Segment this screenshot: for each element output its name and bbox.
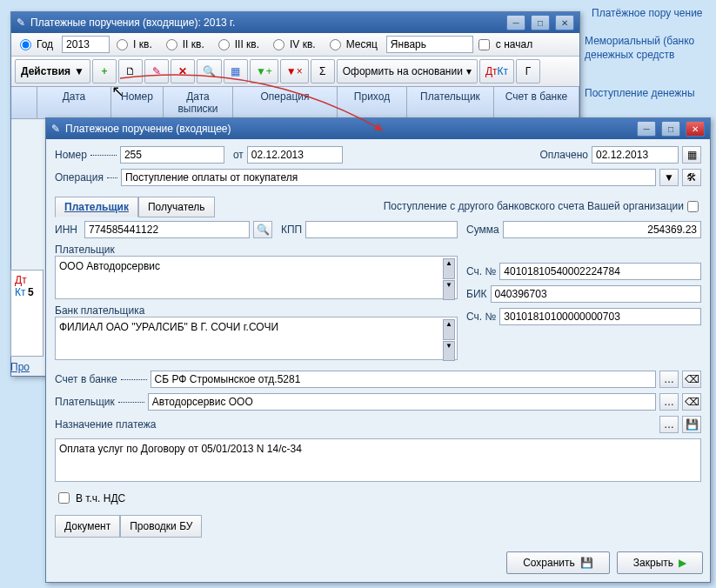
col-date[interactable]: Дата [37, 87, 111, 118]
funnel-minus-icon: ▼× [286, 65, 303, 77]
col-income[interactable]: Приход [338, 87, 407, 118]
inn-input[interactable] [84, 221, 250, 238]
bank-label: Банк плательщика [55, 304, 458, 317]
dtkr-button[interactable]: ДтКт [479, 59, 514, 84]
copy-button[interactable]: 🗋 [118, 59, 143, 84]
period-month-radio[interactable] [330, 39, 341, 50]
pro-link[interactable]: Про [10, 361, 30, 373]
kpp-input[interactable] [305, 221, 458, 238]
acc1-label: Сч. № [466, 265, 496, 277]
acc1-input[interactable] [499, 263, 701, 280]
bik-input[interactable] [491, 285, 702, 303]
inn-label: ИНН [55, 224, 81, 236]
close-button[interactable]: ✕ [686, 121, 705, 137]
bg-text: Мемориальный (банко [585, 35, 694, 47]
spin-down[interactable]: ▼ [443, 280, 455, 301]
save-button[interactable]: Сохранить💾 [506, 551, 610, 574]
sum-input[interactable] [503, 221, 701, 238]
oformit-button[interactable]: Оформить на основании ▾ [337, 59, 478, 84]
number-input[interactable] [120, 146, 224, 164]
maximize-button[interactable]: □ [661, 121, 680, 137]
bankacc-lookup[interactable]: … [659, 371, 679, 388]
period-year-radio[interactable] [20, 39, 31, 50]
purpose-lookup[interactable]: … [659, 416, 679, 433]
col-number[interactable]: Номер [111, 87, 164, 118]
spin-up[interactable]: ▲ [443, 258, 455, 279]
bankacc-label: Счет в банке [55, 373, 117, 385]
payer2-input[interactable] [148, 393, 656, 411]
edit-button[interactable]: ✎ [144, 59, 169, 84]
bank-textbox[interactable]: ФИЛИАЛ ОАО "УРАЛСИБ" В Г. СОЧИ г.СОЧИ ▲▼ [55, 317, 458, 360]
window-title: Платежные поручения (входящие): 2013 г. [30, 17, 501, 29]
bg-text: денежных средств [585, 49, 674, 61]
from-date-input[interactable] [247, 146, 343, 164]
purpose-textarea[interactable]: Оплата услуг по Договору от 05/01/2013 N… [55, 438, 701, 482]
col-statement-date[interactable]: Дата выписки [164, 87, 233, 118]
payer2-label: Плательщик [55, 396, 115, 408]
clear-icon: ⌫ [685, 396, 699, 408]
delete-button[interactable]: ✕ [171, 59, 195, 84]
ellipsis-icon: … [664, 373, 674, 385]
purpose-save[interactable]: 💾 [682, 416, 701, 433]
search-button[interactable]: 🔍 [197, 59, 222, 84]
filter-remove-button[interactable]: ▼× [280, 59, 309, 84]
exit-icon: ▶ [679, 557, 686, 569]
minimize-button[interactable]: ─ [637, 121, 656, 137]
period-q1-radio[interactable] [117, 39, 128, 50]
maximize-button[interactable]: □ [531, 15, 550, 30]
tab-document[interactable]: Документ [55, 515, 120, 538]
sum-button[interactable]: Σ [311, 59, 335, 84]
payer-textbox[interactable]: ООО Автодорсервис ▲▼ [55, 256, 458, 299]
bankacc-clear[interactable]: ⌫ [682, 371, 701, 388]
operation-tool[interactable]: 🛠 [682, 169, 701, 186]
year-input[interactable] [62, 36, 110, 53]
operation-input[interactable] [121, 169, 656, 186]
close-button[interactable]: Закрыть▶ [617, 551, 703, 574]
spin-up[interactable]: ▲ [443, 319, 455, 340]
acc2-label: Сч. № [466, 311, 496, 323]
spin-down[interactable]: ▼ [443, 341, 455, 362]
purpose-label: Назначение платежа [55, 418, 157, 431]
payer2-lookup[interactable]: … [659, 393, 679, 411]
dropdown-icon: ▾ [466, 65, 472, 77]
period-q4-radio[interactable] [273, 39, 284, 50]
inn-lookup[interactable]: 🔍 [253, 221, 272, 238]
month-select[interactable] [386, 36, 473, 53]
from-start-checkbox[interactable] [478, 39, 490, 50]
payer2-clear[interactable]: ⌫ [682, 393, 701, 411]
filter-add-button[interactable]: ▼+ [250, 59, 278, 84]
q2-label: II кв. [183, 38, 204, 50]
from-start-label: с начал [496, 38, 532, 50]
col-operation[interactable]: Операция [233, 87, 338, 118]
q1-label: I кв. [133, 38, 152, 50]
transfer-checkbox[interactable] [687, 201, 699, 212]
minimize-button[interactable]: ─ [506, 15, 525, 30]
clear-icon: ⌫ [685, 373, 699, 385]
col-bank-acc[interactable]: Счет в банке [494, 87, 579, 118]
more-button[interactable]: Γ [516, 59, 540, 84]
sum-label: Сумма [466, 224, 499, 236]
paid-date-input[interactable] [592, 146, 679, 164]
vat-label: В т.ч. НДС [76, 492, 125, 504]
operation-dropdown[interactable]: ▼ [659, 169, 679, 186]
save-icon: 💾 [686, 418, 699, 431]
transfer-note: Поступление с другого банковского счета … [384, 200, 684, 212]
calendar-icon: ▦ [687, 149, 697, 161]
period-q3-radio[interactable] [218, 39, 230, 50]
add-button[interactable]: + [92, 59, 117, 84]
bankacc-input[interactable] [151, 371, 656, 388]
q4-label: IV кв. [290, 38, 316, 50]
close-button[interactable]: ✕ [555, 15, 574, 30]
period-q2-radio[interactable] [166, 39, 177, 50]
vat-checkbox[interactable] [58, 492, 70, 504]
calendar-button[interactable]: ▦ [224, 59, 248, 84]
paid-label: Оплачено [540, 149, 588, 161]
col-payer[interactable]: Плательщик [407, 87, 494, 118]
paid-date-picker[interactable]: ▦ [682, 146, 701, 164]
actions-button[interactable]: Действия ▼ [15, 59, 90, 84]
payer-field-label: Плательщик [55, 244, 458, 256]
tab-entries[interactable]: Проводки БУ [120, 515, 202, 538]
tab-payer[interactable]: Плательщик [55, 197, 138, 217]
acc2-input[interactable] [499, 308, 701, 325]
tab-receiver[interactable]: Получатель [138, 197, 215, 217]
